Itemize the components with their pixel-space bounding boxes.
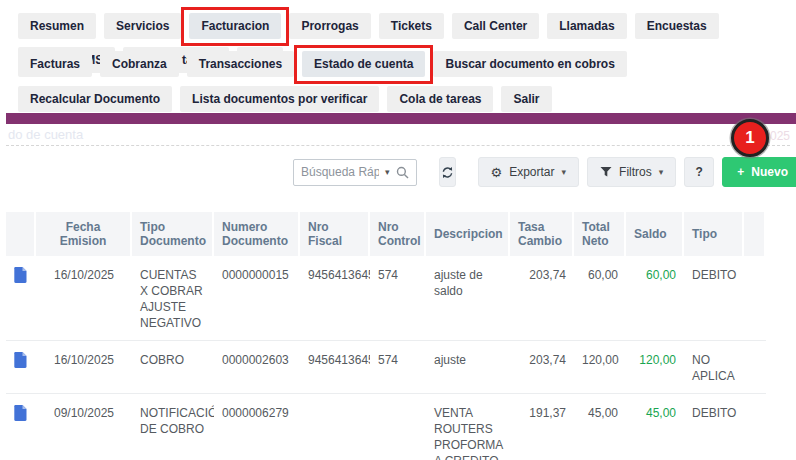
gear-icon: ⚙: [491, 165, 503, 180]
column-header-nro-control[interactable]: Nro Control: [370, 212, 426, 256]
new-button[interactable]: + Nuevo: [722, 157, 796, 187]
cell-saldo: 120,00: [626, 341, 684, 394]
tab-servicios[interactable]: Servicios: [104, 13, 181, 39]
subtab-transacciones[interactable]: Transacciones: [187, 51, 294, 77]
cell-tipo-documento: NOTIFICACIÓN DE COBRO: [132, 394, 214, 460]
chevron-down-icon: ▾: [659, 168, 664, 177]
help-button[interactable]: ?: [684, 157, 714, 187]
cell-fiscal: 9456413645: [300, 256, 370, 341]
subtab-buscar-documento-en-cobros[interactable]: Buscar documento en cobros: [433, 51, 626, 77]
column-header-blank: [744, 212, 766, 256]
subtab-cobranza[interactable]: Cobranza: [100, 51, 179, 77]
export-button[interactable]: ⚙ Exportar ▾: [478, 157, 580, 187]
cell-tipo-documento: CUENTAS X COBRAR AJUSTE NEGATIVO: [132, 256, 214, 341]
cell-spacer: [744, 256, 766, 341]
search-dropdown-caret-icon[interactable]: ▾: [385, 168, 390, 177]
tab-encuestas[interactable]: Encuestas: [635, 13, 719, 39]
faded-page-title: do de cuenta: [8, 127, 83, 142]
tab-facturacion[interactable]: Facturacion: [189, 13, 281, 39]
cell-descripcion: ajuste: [426, 341, 510, 394]
cell-tipo: DEBITO: [684, 394, 744, 460]
subtab-cola-de-tareas[interactable]: Cola de tareas: [387, 86, 493, 112]
quick-search-input[interactable]: [301, 165, 379, 179]
cell-numero: 0000002603: [214, 341, 300, 394]
tab-prorrogas[interactable]: Prorrogas: [289, 13, 370, 39]
cell-tipo: NO APLICA: [684, 341, 744, 394]
cell-total: 60,00: [574, 256, 626, 341]
cell-fecha: 09/10/2025: [36, 394, 132, 460]
cell-tipo: DEBITO: [684, 256, 744, 341]
cell-numero: 0000000015: [214, 256, 300, 341]
cell-control: 574: [370, 341, 426, 394]
documents-grid: Fecha EmisionTipo DocumentoNumero Docume…: [6, 212, 766, 460]
column-header-total-neto[interactable]: Total Neto: [574, 212, 626, 256]
table-row: 16/10/2025COBRO00000026039456413645574aj…: [6, 341, 766, 394]
funnel-icon: [600, 166, 612, 178]
subtab-salir[interactable]: Salir: [501, 86, 551, 112]
search-icon[interactable]: [396, 166, 409, 179]
document-icon[interactable]: [14, 405, 27, 421]
cell-tasa: 191,37: [510, 394, 574, 460]
plus-icon: +: [737, 165, 744, 179]
cell-descripcion: ajuste de saldo: [426, 256, 510, 341]
cell-control: 574: [370, 256, 426, 341]
column-header-blank: [6, 212, 36, 256]
refresh-icon: [440, 165, 455, 180]
column-header-numero-documento[interactable]: Numero Documento: [214, 212, 300, 256]
document-icon[interactable]: [14, 267, 27, 283]
cell-saldo: 45,00: [626, 394, 684, 460]
tab-llamadas[interactable]: Llamadas: [547, 13, 626, 39]
cell-tasa: 203,74: [510, 341, 574, 394]
tab-call-center[interactable]: Call Center: [452, 13, 539, 39]
facturacion-subnav-tabs: FacturasCobranzaTransaccionesEstado de c…: [18, 51, 760, 112]
cell-descripcion: VENTA ROUTERS PROFORMA A CREDITO: [426, 394, 510, 460]
cell-fecha: 16/10/2025: [36, 341, 132, 394]
column-header-nro-fiscal[interactable]: Nro Fiscal: [300, 212, 370, 256]
column-header-tipo-documento[interactable]: Tipo Documento: [132, 212, 214, 256]
subtab-facturas[interactable]: Facturas: [18, 51, 92, 77]
column-header-fecha-emision[interactable]: Fecha Emision: [36, 212, 132, 256]
cell-fiscal: 9456413645: [300, 341, 370, 394]
cell-document-icon: [6, 394, 36, 460]
column-header-saldo[interactable]: Saldo: [626, 212, 684, 256]
filters-button-label: Filtros: [619, 165, 652, 179]
subtab-lista-documentos-por-verificar[interactable]: Lista documentos por verificar: [180, 86, 379, 112]
tab-resumen[interactable]: Resumen: [18, 13, 96, 39]
grid-header-row: Fecha EmisionTipo DocumentoNumero Docume…: [6, 212, 766, 256]
refresh-button[interactable]: [439, 157, 456, 187]
section-divider-bar: [6, 113, 796, 124]
subtab-estado-de-cuenta[interactable]: Estado de cuenta: [302, 51, 425, 77]
cell-tasa: 203,74: [510, 256, 574, 341]
cell-fiscal: [300, 394, 370, 460]
annotation-step-badge: 1: [731, 119, 769, 157]
cell-total: 45,00: [574, 394, 626, 460]
cell-document-icon: [6, 341, 36, 394]
table-row: 16/10/2025CUENTAS X COBRAR AJUSTE NEGATI…: [6, 256, 766, 341]
column-header-tasa-cambio[interactable]: Tasa Cambio: [510, 212, 574, 256]
column-header-descripcion[interactable]: Descripcion: [426, 212, 510, 256]
cell-document-icon: [6, 256, 36, 341]
estado-de-cuenta-page: ResumenServiciosFacturacionProrrogasTick…: [0, 0, 796, 460]
filters-button[interactable]: Filtros ▾: [587, 157, 676, 187]
document-icon[interactable]: [14, 352, 27, 368]
cell-spacer: [744, 394, 766, 460]
cell-tipo-documento: COBRO: [132, 341, 214, 394]
tab-tickets[interactable]: Tickets: [379, 13, 444, 39]
cell-numero: 0000006279: [214, 394, 300, 460]
chevron-down-icon: ▾: [562, 168, 567, 177]
quick-search-box[interactable]: ▾: [293, 159, 417, 186]
cell-spacer: [744, 341, 766, 394]
content-panel: ▾ ⚙ Exportar: [6, 145, 790, 460]
column-header-tipo[interactable]: Tipo: [684, 212, 744, 256]
cell-control: [370, 394, 426, 460]
cell-saldo: 60,00: [626, 256, 684, 341]
new-button-label: Nuevo: [751, 165, 788, 179]
cell-fecha: 16/10/2025: [36, 256, 132, 341]
cell-total: 120,00: [574, 341, 626, 394]
table-row: 09/10/2025NOTIFICACIÓN DE COBRO000000627…: [6, 394, 766, 460]
grid-toolbar: ▾ ⚙ Exportar: [6, 157, 790, 187]
subtab-recalcular-documento[interactable]: Recalcular Documento: [18, 86, 172, 112]
export-button-label: Exportar: [509, 165, 554, 179]
toolbar-right-group: ⚙ Exportar ▾ Filtros ▾ ? + Nuevo: [478, 157, 796, 187]
